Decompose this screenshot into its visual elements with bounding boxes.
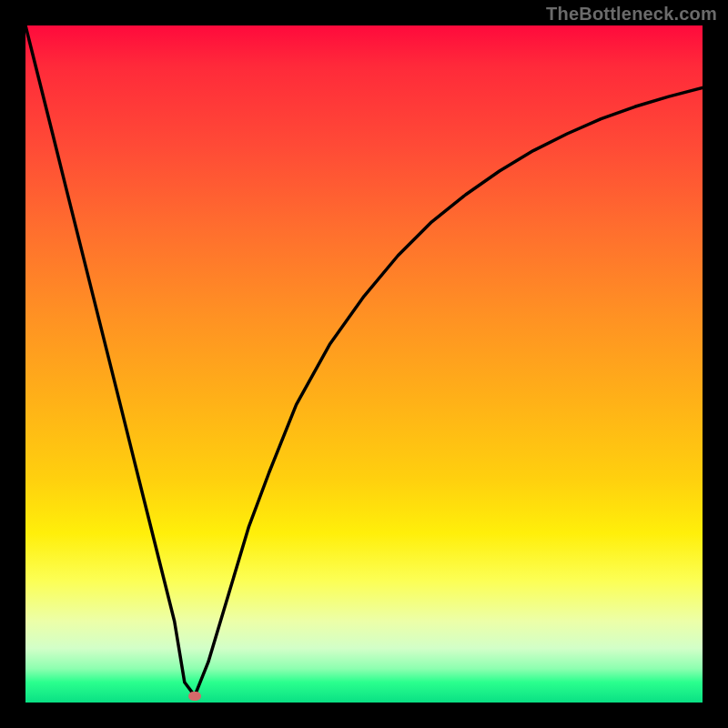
chart-container: TheBottleneck.com	[0, 0, 728, 728]
bottleneck-curve	[25, 25, 703, 703]
plot-area	[25, 25, 703, 703]
watermark-text: TheBottleneck.com	[546, 4, 717, 25]
